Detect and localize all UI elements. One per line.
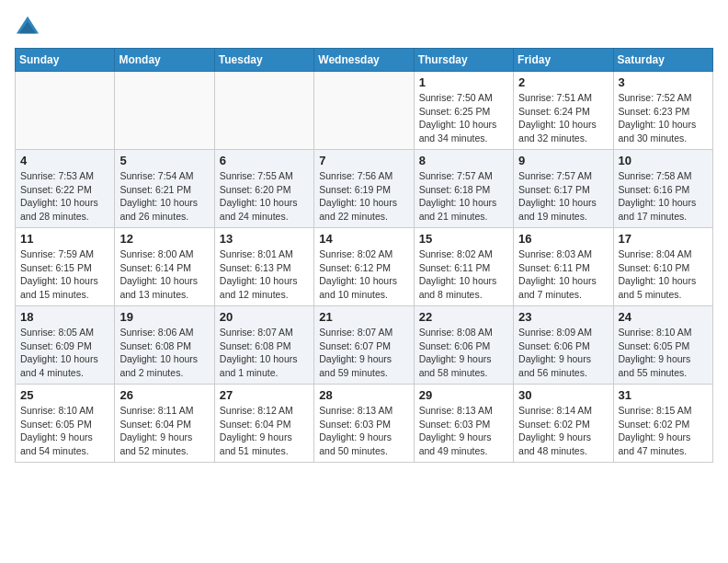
day-number: 22: [419, 310, 508, 324]
day-cell: 8Sunrise: 7:57 AM Sunset: 6:18 PM Daylig…: [414, 150, 513, 228]
day-cell: 4Sunrise: 7:53 AM Sunset: 6:22 PM Daylig…: [16, 150, 115, 228]
day-cell: 15Sunrise: 8:02 AM Sunset: 6:11 PM Dayli…: [414, 228, 513, 306]
day-number: 5: [119, 154, 209, 167]
day-number: 11: [20, 232, 109, 246]
day-cell: 29Sunrise: 8:13 AM Sunset: 6:03 PM Dayli…: [414, 385, 513, 463]
day-number: 25: [20, 388, 109, 402]
day-cell: 26Sunrise: 8:11 AM Sunset: 6:04 PM Dayli…: [115, 385, 214, 463]
week-row-4: 18Sunrise: 8:05 AM Sunset: 6:09 PM Dayli…: [16, 306, 713, 385]
day-cell: 28Sunrise: 8:13 AM Sunset: 6:03 PM Dayli…: [314, 385, 414, 463]
day-number: 31: [619, 388, 708, 402]
week-row-3: 11Sunrise: 7:59 AM Sunset: 6:15 PM Dayli…: [16, 228, 713, 306]
day-info: Sunrise: 7:54 AM Sunset: 6:21 PM Dayligh…: [119, 169, 209, 224]
day-cell: [115, 72, 214, 150]
day-info: Sunrise: 7:51 AM Sunset: 6:24 PM Dayligh…: [518, 91, 608, 145]
day-info: Sunrise: 8:01 AM Sunset: 6:13 PM Dayligh…: [220, 247, 309, 302]
day-cell: 11Sunrise: 7:59 AM Sunset: 6:15 PM Dayli…: [16, 228, 115, 306]
weekday-header-sunday: Sunday: [16, 49, 115, 72]
day-number: 16: [518, 232, 608, 246]
day-info: Sunrise: 8:06 AM Sunset: 6:08 PM Dayligh…: [119, 326, 209, 380]
day-info: Sunrise: 8:13 AM Sunset: 6:03 PM Dayligh…: [319, 404, 408, 458]
day-cell: 9Sunrise: 7:57 AM Sunset: 6:17 PM Daylig…: [514, 150, 613, 228]
day-info: Sunrise: 8:11 AM Sunset: 6:04 PM Dayligh…: [119, 404, 209, 458]
day-cell: 27Sunrise: 8:12 AM Sunset: 6:04 PM Dayli…: [214, 385, 313, 463]
day-cell: 23Sunrise: 8:09 AM Sunset: 6:06 PM Dayli…: [514, 306, 613, 385]
day-number: 15: [419, 232, 508, 246]
day-number: 26: [119, 388, 209, 402]
day-info: Sunrise: 8:14 AM Sunset: 6:02 PM Dayligh…: [518, 404, 608, 458]
day-cell: 24Sunrise: 8:10 AM Sunset: 6:05 PM Dayli…: [613, 306, 712, 385]
day-number: 6: [220, 154, 309, 167]
day-cell: 30Sunrise: 8:14 AM Sunset: 6:02 PM Dayli…: [514, 385, 613, 463]
day-cell: 17Sunrise: 8:04 AM Sunset: 6:10 PM Dayli…: [613, 228, 712, 306]
day-number: 23: [518, 310, 608, 324]
day-info: Sunrise: 8:09 AM Sunset: 6:06 PM Dayligh…: [518, 326, 608, 380]
day-number: 20: [220, 310, 309, 324]
day-cell: 16Sunrise: 8:03 AM Sunset: 6:11 PM Dayli…: [514, 228, 613, 306]
day-cell: [214, 72, 313, 150]
day-info: Sunrise: 8:10 AM Sunset: 6:05 PM Dayligh…: [20, 404, 109, 458]
day-number: 12: [119, 232, 209, 246]
day-info: Sunrise: 7:53 AM Sunset: 6:22 PM Dayligh…: [20, 169, 109, 224]
day-number: 3: [619, 75, 708, 89]
day-cell: 14Sunrise: 8:02 AM Sunset: 6:12 PM Dayli…: [314, 228, 414, 306]
day-number: 8: [419, 154, 508, 167]
day-info: Sunrise: 8:07 AM Sunset: 6:08 PM Dayligh…: [220, 326, 309, 380]
day-cell: 13Sunrise: 8:01 AM Sunset: 6:13 PM Dayli…: [214, 228, 313, 306]
day-cell: 19Sunrise: 8:06 AM Sunset: 6:08 PM Dayli…: [115, 306, 214, 385]
day-cell: 12Sunrise: 8:00 AM Sunset: 6:14 PM Dayli…: [115, 228, 214, 306]
logo: [15, 15, 44, 40]
day-info: Sunrise: 7:59 AM Sunset: 6:15 PM Dayligh…: [20, 247, 109, 302]
day-info: Sunrise: 7:57 AM Sunset: 6:17 PM Dayligh…: [518, 169, 608, 224]
weekday-header-row: SundayMondayTuesdayWednesdayThursdayFrid…: [16, 49, 713, 72]
day-number: 30: [518, 388, 608, 402]
day-info: Sunrise: 8:12 AM Sunset: 6:04 PM Dayligh…: [220, 404, 309, 458]
day-number: 28: [319, 388, 408, 402]
day-cell: 7Sunrise: 7:56 AM Sunset: 6:19 PM Daylig…: [314, 150, 414, 228]
day-cell: 18Sunrise: 8:05 AM Sunset: 6:09 PM Dayli…: [16, 306, 115, 385]
day-info: Sunrise: 7:55 AM Sunset: 6:20 PM Dayligh…: [220, 169, 309, 224]
day-cell: 20Sunrise: 8:07 AM Sunset: 6:08 PM Dayli…: [214, 306, 313, 385]
calendar-body: 1Sunrise: 7:50 AM Sunset: 6:25 PM Daylig…: [16, 72, 713, 463]
day-info: Sunrise: 7:57 AM Sunset: 6:18 PM Dayligh…: [419, 169, 508, 224]
weekday-header-thursday: Thursday: [414, 49, 513, 72]
day-number: 14: [319, 232, 408, 246]
day-info: Sunrise: 8:02 AM Sunset: 6:11 PM Dayligh…: [419, 247, 508, 302]
calendar-header: SundayMondayTuesdayWednesdayThursdayFrid…: [16, 49, 713, 72]
page-header: [15, 15, 713, 40]
week-row-1: 1Sunrise: 7:50 AM Sunset: 6:25 PM Daylig…: [16, 72, 713, 150]
day-info: Sunrise: 7:58 AM Sunset: 6:16 PM Dayligh…: [619, 169, 708, 224]
day-info: Sunrise: 8:10 AM Sunset: 6:05 PM Dayligh…: [619, 326, 708, 380]
day-cell: 10Sunrise: 7:58 AM Sunset: 6:16 PM Dayli…: [613, 150, 712, 228]
day-info: Sunrise: 8:13 AM Sunset: 6:03 PM Dayligh…: [419, 404, 508, 458]
day-number: 21: [319, 310, 408, 324]
day-info: Sunrise: 8:15 AM Sunset: 6:02 PM Dayligh…: [619, 404, 708, 458]
day-cell: 25Sunrise: 8:10 AM Sunset: 6:05 PM Dayli…: [16, 385, 115, 463]
day-number: 2: [518, 75, 608, 89]
day-number: 13: [220, 232, 309, 246]
weekday-header-monday: Monday: [115, 49, 214, 72]
day-number: 27: [220, 388, 309, 402]
weekday-header-wednesday: Wednesday: [314, 49, 414, 72]
day-cell: 3Sunrise: 7:52 AM Sunset: 6:23 PM Daylig…: [613, 72, 712, 150]
day-cell: 22Sunrise: 8:08 AM Sunset: 6:06 PM Dayli…: [414, 306, 513, 385]
day-info: Sunrise: 8:05 AM Sunset: 6:09 PM Dayligh…: [20, 326, 109, 380]
day-number: 4: [20, 154, 109, 167]
day-cell: [314, 72, 414, 150]
day-cell: 2Sunrise: 7:51 AM Sunset: 6:24 PM Daylig…: [514, 72, 613, 150]
day-cell: 31Sunrise: 8:15 AM Sunset: 6:02 PM Dayli…: [613, 385, 712, 463]
day-cell: [16, 72, 115, 150]
day-cell: 21Sunrise: 8:07 AM Sunset: 6:07 PM Dayli…: [314, 306, 414, 385]
day-info: Sunrise: 7:52 AM Sunset: 6:23 PM Dayligh…: [619, 91, 708, 145]
day-info: Sunrise: 8:02 AM Sunset: 6:12 PM Dayligh…: [319, 247, 408, 302]
day-info: Sunrise: 8:04 AM Sunset: 6:10 PM Dayligh…: [619, 247, 708, 302]
day-info: Sunrise: 8:08 AM Sunset: 6:06 PM Dayligh…: [419, 326, 508, 380]
day-number: 29: [419, 388, 508, 402]
day-info: Sunrise: 8:00 AM Sunset: 6:14 PM Dayligh…: [119, 247, 209, 302]
day-info: Sunrise: 7:50 AM Sunset: 6:25 PM Dayligh…: [419, 91, 508, 145]
day-number: 18: [20, 310, 109, 324]
weekday-header-friday: Friday: [514, 49, 613, 72]
day-number: 24: [619, 310, 708, 324]
day-number: 10: [619, 154, 708, 167]
day-info: Sunrise: 8:07 AM Sunset: 6:07 PM Dayligh…: [319, 326, 408, 380]
